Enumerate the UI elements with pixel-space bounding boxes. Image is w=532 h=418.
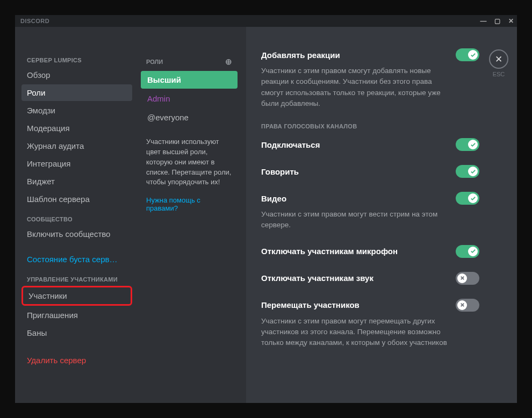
perm-title: Добавлять реакции <box>261 51 340 60</box>
perm-connect: Подключаться <box>261 138 479 151</box>
perm-deafen-members: Отключать участникам звук <box>261 272 479 285</box>
sidebar-item-overview[interactable]: Обзор <box>21 67 132 83</box>
settings-sidebar: СЕРВЕР LUMPICS Обзор Роли Эмодзи Модерац… <box>15 27 139 403</box>
sidebar-item-widget[interactable]: Виджет <box>21 173 132 190</box>
sidebar-item-template[interactable]: Шаблон сервера <box>21 191 132 207</box>
toggle-move-members[interactable] <box>456 299 479 312</box>
sidebar-item-bans[interactable]: Баны <box>21 325 132 341</box>
sidebar-item-roles[interactable]: Роли <box>21 84 132 101</box>
perm-speak: Говорить <box>261 165 479 178</box>
perm-title: Видео <box>261 194 286 203</box>
maximize-icon[interactable]: ▢ <box>494 17 501 25</box>
perm-move-members: Перемещать участников Участники с этим п… <box>261 299 479 349</box>
sidebar-item-integrations[interactable]: Интеграция <box>21 155 132 172</box>
sidebar-item-audit-log[interactable]: Журнал аудита <box>21 138 132 154</box>
toggle-add-reactions[interactable] <box>456 48 479 61</box>
sidebar-header-management: УПРАВЛЕНИЕ УЧАСТНИКАМИ <box>21 276 132 283</box>
permissions-panel: ✕ ESC Добавлять реакции Участники с этим… <box>246 27 517 403</box>
minimize-icon[interactable]: — <box>480 17 487 25</box>
toggle-mute-members[interactable] <box>456 245 479 258</box>
perm-title: Отключать участникам звук <box>261 273 373 283</box>
toggle-speak[interactable] <box>456 165 479 178</box>
close-settings: ✕ ESC <box>489 49 508 77</box>
sidebar-header-community: СООБЩЕСТВО <box>21 216 132 222</box>
sidebar-item-moderation[interactable]: Модерация <box>21 120 132 136</box>
sidebar-item-invites[interactable]: Приглашения <box>21 307 132 323</box>
sidebar-item-boost-status[interactable]: Состояние буста серв… <box>21 251 132 268</box>
sidebar-item-emoji[interactable]: Эмодзи <box>21 102 132 119</box>
perm-title: Говорить <box>261 167 299 176</box>
close-button[interactable]: ✕ <box>489 49 508 69</box>
app-name: DISCORD <box>20 18 49 24</box>
toggle-connect[interactable] <box>456 138 479 151</box>
voice-perms-header: ПРАВА ГОЛОСОВЫХ КАНАЛОВ <box>261 123 479 129</box>
perm-mute-members: Отключать участникам микрофон <box>261 245 479 258</box>
toggle-video[interactable] <box>456 192 479 205</box>
perm-title: Перемещать участников <box>261 300 360 309</box>
add-role-icon[interactable]: ⊕ <box>225 57 232 67</box>
perm-title: Подключаться <box>261 140 320 149</box>
roles-column: РОЛИ ⊕ Высший Admin @everyone Участники … <box>139 27 246 403</box>
role-item-highest[interactable]: Высший <box>141 71 238 89</box>
role-item-everyone[interactable]: @everyone <box>141 109 238 126</box>
perm-add-reactions: Добавлять реакции Участники с этим право… <box>261 48 479 109</box>
sidebar-item-delete-server[interactable]: Удалить сервер <box>21 352 132 369</box>
close-label: ESC <box>493 71 505 77</box>
app-window: DISCORD — ▢ ✕ СЕРВЕР LUMPICS Обзор Роли … <box>15 15 517 403</box>
sidebar-header-server: СЕРВЕР LUMPICS <box>21 57 132 63</box>
toggle-deafen-members[interactable] <box>456 272 479 285</box>
role-item-admin[interactable]: Admin <box>141 90 238 107</box>
perm-video: Видео Участники с этим правом могут вест… <box>261 192 479 231</box>
perm-desc: Участники с этим правом смогут добавлять… <box>261 66 455 109</box>
roles-header-label: РОЛИ <box>146 59 163 65</box>
roles-hint-text: Участники используют цвет высшей роли, к… <box>141 127 238 193</box>
sidebar-item-enable-community[interactable]: Включить сообщество <box>21 226 132 242</box>
perm-desc: Участники с этим правом могут вести стри… <box>261 209 455 231</box>
titlebar: DISCORD — ▢ ✕ <box>15 15 517 27</box>
sidebar-item-members[interactable]: Участники <box>21 286 132 306</box>
roles-help-link[interactable]: Нужна помощь с правами? <box>141 193 238 215</box>
window-controls: — ▢ ✕ <box>480 17 514 25</box>
perm-title: Отключать участникам микрофон <box>261 247 398 256</box>
perm-desc: Участники с этим правом могут перемещать… <box>261 316 455 349</box>
close-icon[interactable]: ✕ <box>508 17 514 25</box>
